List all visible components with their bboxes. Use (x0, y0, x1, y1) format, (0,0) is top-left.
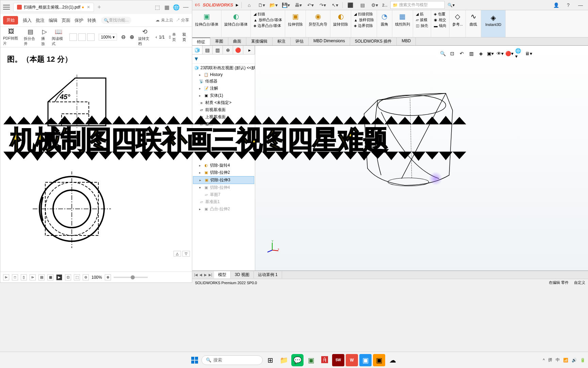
save-icon[interactable]: 💾▾ (281, 1, 291, 9)
redo-icon[interactable]: ↷▾ (318, 1, 327, 9)
menu-edit[interactable]: 编辑 (49, 17, 58, 24)
feature-tree-tab-icon[interactable]: 🧊 (192, 46, 202, 54)
tree-cut-ext4[interactable]: ▾ ▣ 切除-拉伸4 (193, 184, 254, 191)
close-tab-icon[interactable]: ✕ (87, 5, 90, 10)
view-orient-icon[interactable]: ◈ (477, 50, 485, 57)
expand-icon[interactable]: ▸ (199, 73, 202, 77)
rebuild-icon[interactable]: ⬛ (345, 1, 355, 9)
pdf-to-image-tool[interactable]: 🖼 PDF转图片 (3, 28, 20, 46)
tab-annotate[interactable]: 标注 (273, 37, 291, 45)
settings-icon[interactable]: ⚙▾ (370, 1, 379, 9)
split-merge-tool[interactable]: ▤ 拆分合并 (24, 28, 37, 46)
zoom-out-icon[interactable]: ⊖ (121, 34, 126, 40)
prev-view-icon[interactable]: ↶ (458, 50, 466, 57)
zoom-dropdown[interactable]: 100% ▾ (99, 34, 117, 41)
fit-width-icon[interactable] (69, 33, 77, 41)
sweep-button[interactable]: ◢扫描 (254, 12, 282, 17)
app-icon-5[interactable]: ☁ (387, 354, 399, 366)
new-tab-button[interactable]: + (97, 4, 101, 11)
expand-icon[interactable]: ▸ (199, 171, 202, 174)
window-layout-icon[interactable]: ⬚ (154, 4, 161, 11)
expand-icon[interactable]: ▸ (199, 87, 202, 90)
instant3d-button[interactable]: ◈ Instant3D (481, 10, 506, 37)
boundary-cut-button[interactable]: ◈边界切除 (354, 23, 374, 28)
volume-icon[interactable]: 🔊 (572, 358, 577, 363)
app-icon-2[interactable]: 🅰 (318, 354, 331, 366)
pattern-button[interactable]: ▦ 线性阵列 (395, 12, 410, 27)
tree-material[interactable]: ≡ 材质 <未指定> (193, 99, 254, 106)
nav-first-icon[interactable]: ⊳ (3, 274, 9, 280)
loft-cut-button[interactable]: ▲放样切除 (354, 17, 374, 22)
tab-first-icon[interactable]: |◀ (194, 273, 198, 277)
intersect-button[interactable]: ◉相交 (434, 17, 446, 22)
layout-icon[interactable] (87, 33, 95, 41)
expand-icon[interactable]: ▸ (199, 178, 203, 182)
boundary-button[interactable]: ◈边界凸台/基体 (254, 23, 282, 28)
tab-features[interactable]: 特征 (192, 37, 210, 45)
display-tab-icon[interactable]: ⊕ (223, 46, 233, 54)
start-button[interactable] (189, 355, 200, 366)
app-icon-3[interactable]: ▣ (359, 354, 372, 366)
tab-model[interactable]: 模型 (214, 271, 231, 278)
play-tool[interactable]: ▷ 播放 (41, 28, 48, 46)
tree-cut-rev4[interactable]: ▸ ◐ 切除-旋转4 (193, 162, 254, 169)
tray-expand-icon[interactable]: ^ (543, 358, 545, 363)
section-icon[interactable]: ▥ (468, 50, 475, 57)
wps-icon[interactable]: W (346, 354, 358, 366)
fit-page-icon[interactable] (78, 33, 86, 41)
collapse-icon[interactable]: ▾ (199, 186, 202, 189)
undo-icon[interactable]: ↶▾ (306, 1, 315, 9)
select-icon[interactable]: ↖▾ (330, 1, 340, 9)
tree-cut-ext2[interactable]: ▸ ▣ 切除-拉伸2 (193, 169, 254, 176)
curves-button[interactable]: ∿ 曲线 (469, 12, 478, 27)
hole-wizard-button[interactable]: ◉ 异型孔向导 (309, 12, 327, 27)
zoom-in-icon[interactable]: ⊕ (130, 34, 134, 40)
zoom-fit-icon[interactable]: ⊡ (65, 274, 71, 280)
explorer-icon[interactable]: 📁 (278, 354, 290, 366)
rib-button[interactable]: ◢筋 (416, 12, 428, 17)
tree-plane1[interactable]: ▱ 基准面1 (193, 198, 254, 205)
tab-sketch[interactable]: 草图 (210, 37, 228, 45)
loft-button[interactable]: ▲放样凸台/基体 (254, 17, 282, 22)
tree-cut-ext3[interactable]: ▸ ▣ 切除-拉伸3 (193, 176, 254, 184)
expand-icon[interactable]: ▸ (199, 164, 202, 167)
appearance-tab-icon[interactable]: 🔴 (233, 46, 243, 54)
mirror-button[interactable]: ▬镜向 (434, 23, 446, 28)
tab-motion[interactable]: 运动算例 1 (254, 271, 282, 278)
menu-chevron-icon[interactable]: ▶ (236, 3, 239, 7)
app-icon-1[interactable]: ▣ (305, 354, 317, 366)
menu-page[interactable]: 页面 (62, 17, 70, 24)
search-icon[interactable]: 🔍▾ (447, 3, 455, 7)
wrap-button[interactable]: ◈包覆 (434, 12, 446, 17)
zoom-in-status-icon[interactable]: ⊕ (105, 274, 111, 280)
user-icon[interactable]: 👤 (551, 1, 561, 9)
tree-sensors[interactable]: 📡 传感器 (193, 78, 254, 85)
tree-front-plane[interactable]: ▱ 前视基准面 (193, 106, 254, 113)
tab-addins[interactable]: SOLIDWORKS 插件 (350, 37, 397, 45)
tab-mbd-dims[interactable]: MBD Dimensions (309, 37, 350, 45)
play-status-icon[interactable]: ▶ (56, 274, 62, 280)
wifi-icon[interactable]: 📶 (563, 358, 568, 363)
zoom-slider[interactable] (114, 277, 148, 278)
tab-mbd[interactable]: MBD (397, 37, 416, 45)
view1-icon[interactable]: ▤ (38, 274, 45, 280)
config-tab-icon[interactable]: ▥ (213, 46, 223, 54)
options-icon[interactable]: ▤ (358, 1, 367, 9)
language-indicator[interactable]: 中 (556, 357, 560, 363)
help-icon[interactable]: ? (564, 1, 573, 9)
tab-next-icon[interactable]: ▶ (203, 273, 208, 277)
hide-show-icon[interactable]: 👁▾ (496, 50, 504, 57)
display-style-icon[interactable]: ▣▾ (487, 50, 494, 57)
search-files-input[interactable]: 📁 搜索文件与模型 (390, 1, 445, 9)
menu-annotate[interactable]: 批注 (36, 17, 45, 24)
scene-icon[interactable]: 🌐▾ (515, 50, 523, 57)
tab-last-icon[interactable]: ▶| (208, 273, 213, 277)
menu-insert[interactable]: 插入 (23, 17, 32, 24)
scroll-up-icon[interactable]: △ (174, 251, 181, 257)
single-page-tool[interactable]: ▯ 单页 (169, 32, 178, 42)
tab-direct-edit[interactable]: 直接编辑 (246, 37, 273, 45)
nav-fit-icon[interactable]: □ (12, 274, 18, 280)
appearance-icon[interactable]: 🔴▾ (506, 50, 513, 57)
read-mode-tool[interactable]: 📖 阅读模式 (52, 28, 65, 46)
ref-geometry-button[interactable]: ◇ 参考... (452, 12, 463, 27)
